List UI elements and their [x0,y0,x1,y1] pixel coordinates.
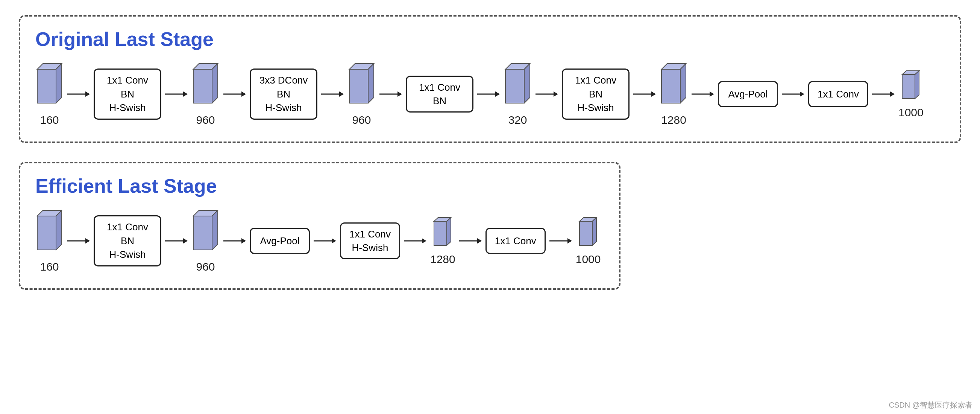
tensor-1280-eff: 1280 [430,216,455,266]
arrow-7-orig [532,88,562,100]
svg-marker-0 [37,69,56,103]
op-avgpool-orig: Avg-Pool [718,81,778,107]
svg-marker-60 [477,238,482,243]
svg-marker-46 [183,238,188,243]
svg-marker-28 [662,69,680,103]
tensor-160-eff: 160 [35,208,64,273]
arrow-8-orig [630,88,660,100]
arrow-5-orig [375,88,406,100]
svg-marker-58 [447,217,451,245]
tensor-960-eff: 960 [191,208,220,273]
arrow-10-orig [778,88,808,100]
op-1x1conv-eff: 1x1 Conv [485,228,546,254]
arrow-2-orig [161,88,191,100]
arrow-9-orig [688,88,718,100]
tensor-1280-orig: 1280 [660,62,688,126]
op-1x1conv-hswish-eff: 1x1 Conv H-Swish [340,222,400,260]
svg-marker-44 [85,238,90,243]
original-stage-flow: 160 1x1 Conv BN H-Swish [35,62,945,126]
svg-marker-49 [212,210,218,250]
op-1x1conv-bn-hswish-eff: 1x1 Conv BN H-Swish [94,215,161,266]
tensor-320-orig: 320 [504,62,532,126]
svg-marker-63 [579,221,592,245]
original-stage-title: Original Last Stage [35,28,945,50]
svg-marker-4 [85,91,90,97]
svg-marker-14 [349,69,368,103]
svg-marker-37 [902,75,915,99]
svg-marker-65 [592,217,597,245]
tensor-1000-eff: 1000 [576,216,601,266]
original-stage-box: Original Last Stage 160 1x1 Conv BN [19,15,961,143]
op-1x1conv-bn-hswish-1-orig: 1x1 Conv BN H-Swish [94,69,161,119]
svg-marker-6 [183,91,188,97]
arrow-6-orig [474,88,504,100]
op-1x1conv-bn-orig: 1x1 Conv BN [406,76,474,113]
efficient-stage-title: Efficient Last Stage [35,175,604,197]
label-960-eff: 960 [196,261,215,273]
arrow-2-eff [161,235,191,246]
label-160-orig: 160 [40,113,59,126]
arrow-1-orig [64,88,94,100]
arrow-1-eff [64,235,94,246]
svg-marker-2 [56,64,62,103]
efficient-stage-flow: 160 1x1 Conv BN H-Swish [35,208,604,273]
label-1000-eff: 1000 [576,253,601,266]
label-1280-eff: 1280 [430,253,455,266]
svg-marker-40 [37,216,56,250]
label-1000-orig: 1000 [898,106,924,119]
arrow-3-orig [220,88,250,100]
svg-marker-53 [332,238,336,243]
arrow-7-eff [546,235,576,246]
arrow-11-orig [868,88,898,100]
label-960a-orig: 960 [196,113,215,126]
arrow-3-eff [220,235,250,246]
tensor-960a-orig: 960 [191,62,220,126]
arrow-4-eff [310,235,340,246]
label-320-orig: 320 [508,113,527,126]
arrow-4-orig [317,88,347,100]
svg-marker-11 [242,91,246,97]
tensor-960b-orig: 960 [347,62,375,126]
svg-marker-9 [212,64,218,103]
svg-marker-16 [368,64,374,103]
main-container: Original Last Stage 160 1x1 Conv BN [0,0,980,305]
label-160-eff: 160 [40,261,59,273]
svg-marker-55 [422,238,426,243]
svg-marker-27 [651,91,656,97]
arrow-5-eff [400,235,430,246]
op-1x1conv-orig: 1x1 Conv [808,81,868,107]
svg-marker-42 [56,210,62,250]
svg-marker-51 [242,238,246,243]
op-1x1conv-bn-hswish-2-orig: 1x1 Conv BN H-Swish [562,69,630,119]
label-1280-orig: 1280 [661,113,686,126]
svg-marker-18 [398,91,402,97]
svg-marker-13 [339,91,344,97]
svg-marker-32 [710,91,714,97]
svg-marker-62 [568,238,572,243]
svg-marker-47 [193,216,212,250]
svg-marker-25 [554,91,558,97]
svg-marker-7 [193,69,212,103]
svg-marker-20 [495,91,500,97]
tensor-160-orig: 160 [35,62,64,126]
svg-marker-36 [890,91,895,97]
svg-marker-21 [506,69,524,103]
op-avgpool-eff: Avg-Pool [250,228,310,254]
svg-marker-39 [915,71,919,99]
svg-marker-34 [800,91,804,97]
svg-marker-23 [524,64,530,103]
efficient-stage-box: Efficient Last Stage 160 1x1 Conv BN H-S… [19,162,620,290]
op-3x3dconv-bn-hswish-orig: 3x3 DConv BN H-Swish [250,69,317,119]
svg-marker-56 [434,221,447,245]
arrow-6-eff [455,235,485,246]
label-960b-orig: 960 [352,113,371,126]
tensor-1000-orig: 1000 [898,69,924,119]
svg-marker-30 [680,64,686,103]
watermark: CSDN @智慧医疗探索者 [889,400,972,410]
